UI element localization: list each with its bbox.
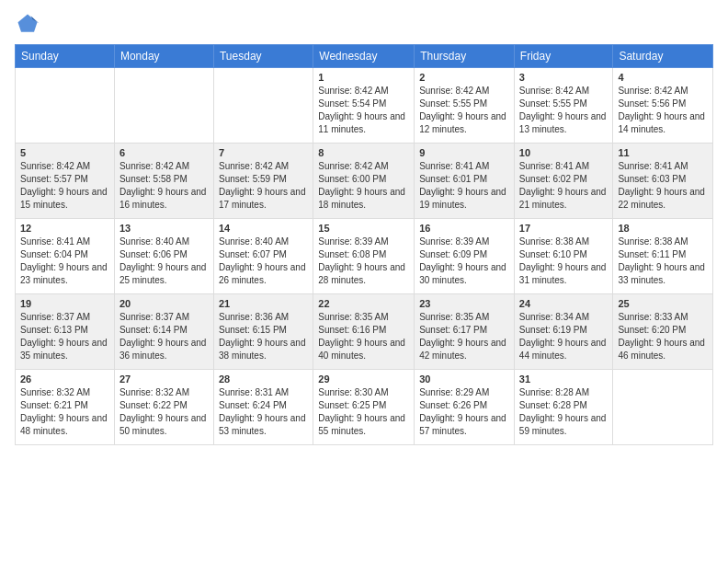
calendar-week-row: 19Sunrise: 8:37 AMSunset: 6:13 PMDayligh… xyxy=(16,294,713,370)
day-info: Sunrise: 8:32 AMSunset: 6:21 PMDaylight:… xyxy=(20,386,109,438)
calendar-cell: 7Sunrise: 8:42 AMSunset: 5:59 PMDaylight… xyxy=(213,144,313,219)
calendar-cell: 28Sunrise: 8:31 AMSunset: 6:24 PMDayligh… xyxy=(213,370,313,445)
day-number: 20 xyxy=(119,298,209,309)
day-info: Sunrise: 8:37 AMSunset: 6:14 PMDaylight:… xyxy=(119,311,209,362)
day-info: Sunrise: 8:41 AMSunset: 6:04 PMDaylight:… xyxy=(20,236,109,287)
day-info: Sunrise: 8:42 AMSunset: 5:55 PMDaylight:… xyxy=(419,85,509,136)
calendar-cell: 31Sunrise: 8:28 AMSunset: 6:28 PMDayligh… xyxy=(514,370,613,445)
day-info: Sunrise: 8:42 AMSunset: 5:56 PMDaylight:… xyxy=(618,85,708,136)
day-info: Sunrise: 8:30 AMSunset: 6:25 PMDaylight:… xyxy=(318,386,409,438)
weekday-header-thursday: Thursday xyxy=(415,45,515,68)
day-info: Sunrise: 8:40 AMSunset: 6:06 PMDaylight:… xyxy=(119,236,209,287)
weekday-header-row: SundayMondayTuesdayWednesdayThursdayFrid… xyxy=(16,45,713,68)
day-number: 23 xyxy=(419,298,509,309)
day-info: Sunrise: 8:31 AMSunset: 6:24 PMDaylight:… xyxy=(219,386,308,438)
day-info: Sunrise: 8:41 AMSunset: 6:03 PMDaylight:… xyxy=(618,160,708,212)
day-number: 8 xyxy=(318,147,409,158)
calendar-table: SundayMondayTuesdayWednesdayThursdayFrid… xyxy=(15,44,713,445)
day-number: 4 xyxy=(618,72,708,83)
day-info: Sunrise: 8:42 AMSunset: 5:58 PMDaylight:… xyxy=(119,160,209,212)
day-info: Sunrise: 8:28 AMSunset: 6:28 PMDaylight:… xyxy=(519,386,609,438)
calendar-week-row: 1Sunrise: 8:42 AMSunset: 5:54 PMDaylight… xyxy=(16,68,713,144)
calendar-cell: 24Sunrise: 8:34 AMSunset: 6:19 PMDayligh… xyxy=(514,294,613,370)
calendar-cell: 9Sunrise: 8:41 AMSunset: 6:01 PMDaylight… xyxy=(415,144,515,219)
day-number: 22 xyxy=(318,298,409,309)
calendar-cell: 20Sunrise: 8:37 AMSunset: 6:14 PMDayligh… xyxy=(114,294,213,370)
day-number: 17 xyxy=(519,223,609,234)
calendar-cell: 30Sunrise: 8:29 AMSunset: 6:26 PMDayligh… xyxy=(415,370,515,445)
weekday-header-tuesday: Tuesday xyxy=(213,45,313,68)
weekday-header-friday: Friday xyxy=(514,45,613,68)
day-number: 15 xyxy=(318,223,409,234)
calendar-cell xyxy=(613,370,713,445)
day-number: 31 xyxy=(519,373,609,385)
logo xyxy=(15,11,44,37)
calendar-cell: 10Sunrise: 8:41 AMSunset: 6:02 PMDayligh… xyxy=(514,144,613,219)
day-info: Sunrise: 8:41 AMSunset: 6:01 PMDaylight:… xyxy=(419,160,509,212)
calendar-cell: 14Sunrise: 8:40 AMSunset: 6:07 PMDayligh… xyxy=(213,219,313,294)
day-number: 29 xyxy=(318,373,409,385)
calendar-cell: 4Sunrise: 8:42 AMSunset: 5:56 PMDaylight… xyxy=(613,68,713,144)
calendar-cell: 26Sunrise: 8:32 AMSunset: 6:21 PMDayligh… xyxy=(16,370,115,445)
calendar-cell: 15Sunrise: 8:39 AMSunset: 6:08 PMDayligh… xyxy=(313,219,415,294)
calendar-cell: 6Sunrise: 8:42 AMSunset: 5:58 PMDaylight… xyxy=(114,144,213,219)
calendar-cell: 21Sunrise: 8:36 AMSunset: 6:15 PMDayligh… xyxy=(213,294,313,370)
page: SundayMondayTuesdayWednesdayThursdayFrid… xyxy=(0,0,728,563)
weekday-header-monday: Monday xyxy=(114,45,213,68)
day-info: Sunrise: 8:32 AMSunset: 6:22 PMDaylight:… xyxy=(119,386,209,438)
day-info: Sunrise: 8:29 AMSunset: 6:26 PMDaylight:… xyxy=(419,386,509,438)
calendar-cell: 3Sunrise: 8:42 AMSunset: 5:55 PMDaylight… xyxy=(514,68,613,144)
calendar-cell: 5Sunrise: 8:42 AMSunset: 5:57 PMDaylight… xyxy=(16,144,115,219)
day-number: 11 xyxy=(618,147,708,158)
day-number: 30 xyxy=(419,373,509,385)
day-info: Sunrise: 8:38 AMSunset: 6:11 PMDaylight:… xyxy=(618,236,708,287)
calendar-cell: 27Sunrise: 8:32 AMSunset: 6:22 PMDayligh… xyxy=(114,370,213,445)
day-info: Sunrise: 8:39 AMSunset: 6:08 PMDaylight:… xyxy=(318,236,409,287)
day-info: Sunrise: 8:42 AMSunset: 5:57 PMDaylight:… xyxy=(20,160,109,212)
header xyxy=(15,11,713,37)
calendar-cell: 1Sunrise: 8:42 AMSunset: 5:54 PMDaylight… xyxy=(313,68,415,144)
day-info: Sunrise: 8:41 AMSunset: 6:02 PMDaylight:… xyxy=(519,160,609,212)
calendar-cell: 2Sunrise: 8:42 AMSunset: 5:55 PMDaylight… xyxy=(415,68,515,144)
day-number: 10 xyxy=(519,147,609,158)
calendar-cell: 23Sunrise: 8:35 AMSunset: 6:17 PMDayligh… xyxy=(415,294,515,370)
day-number: 9 xyxy=(419,147,509,158)
day-number: 14 xyxy=(219,223,308,234)
calendar-cell: 18Sunrise: 8:38 AMSunset: 6:11 PMDayligh… xyxy=(613,219,713,294)
calendar-cell xyxy=(114,68,213,144)
day-number: 26 xyxy=(20,373,109,385)
calendar-cell: 17Sunrise: 8:38 AMSunset: 6:10 PMDayligh… xyxy=(514,219,613,294)
day-number: 27 xyxy=(119,373,209,385)
day-number: 2 xyxy=(419,72,509,83)
day-info: Sunrise: 8:35 AMSunset: 6:17 PMDaylight:… xyxy=(419,311,509,362)
day-number: 18 xyxy=(618,223,708,234)
calendar-cell: 13Sunrise: 8:40 AMSunset: 6:06 PMDayligh… xyxy=(114,219,213,294)
weekday-header-saturday: Saturday xyxy=(613,45,713,68)
day-number: 24 xyxy=(519,298,609,309)
calendar-cell: 22Sunrise: 8:35 AMSunset: 6:16 PMDayligh… xyxy=(313,294,415,370)
calendar-cell: 11Sunrise: 8:41 AMSunset: 6:03 PMDayligh… xyxy=(613,144,713,219)
calendar-cell: 19Sunrise: 8:37 AMSunset: 6:13 PMDayligh… xyxy=(16,294,115,370)
day-number: 6 xyxy=(119,147,209,158)
day-number: 13 xyxy=(119,223,209,234)
calendar-cell: 8Sunrise: 8:42 AMSunset: 6:00 PMDaylight… xyxy=(313,144,415,219)
day-info: Sunrise: 8:36 AMSunset: 6:15 PMDaylight:… xyxy=(219,311,308,362)
calendar-cell xyxy=(16,68,115,144)
day-info: Sunrise: 8:34 AMSunset: 6:19 PMDaylight:… xyxy=(519,311,609,362)
svg-marker-0 xyxy=(18,15,38,32)
calendar-week-row: 12Sunrise: 8:41 AMSunset: 6:04 PMDayligh… xyxy=(16,219,713,294)
day-number: 12 xyxy=(20,223,109,234)
day-info: Sunrise: 8:39 AMSunset: 6:09 PMDaylight:… xyxy=(419,236,509,287)
day-number: 28 xyxy=(219,373,308,385)
day-info: Sunrise: 8:38 AMSunset: 6:10 PMDaylight:… xyxy=(519,236,609,287)
day-number: 7 xyxy=(219,147,308,158)
logo-icon xyxy=(15,11,40,37)
calendar-cell: 29Sunrise: 8:30 AMSunset: 6:25 PMDayligh… xyxy=(313,370,415,445)
day-info: Sunrise: 8:42 AMSunset: 5:55 PMDaylight:… xyxy=(519,85,609,136)
weekday-header-wednesday: Wednesday xyxy=(313,45,415,68)
day-info: Sunrise: 8:42 AMSunset: 5:54 PMDaylight:… xyxy=(318,85,409,136)
calendar-cell: 16Sunrise: 8:39 AMSunset: 6:09 PMDayligh… xyxy=(415,219,515,294)
day-number: 21 xyxy=(219,298,308,309)
day-number: 1 xyxy=(318,72,409,83)
calendar-cell: 25Sunrise: 8:33 AMSunset: 6:20 PMDayligh… xyxy=(613,294,713,370)
